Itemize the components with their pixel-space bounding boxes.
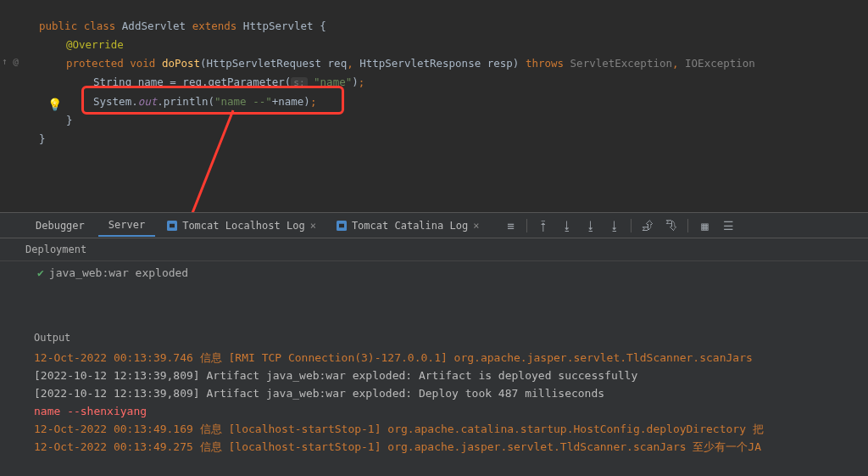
- tab-tomcat-catalina-log[interactable]: Tomcat Catalina Log ×: [328, 216, 488, 236]
- tab-server[interactable]: Server: [98, 215, 155, 237]
- layout-icon[interactable]: ▦: [697, 219, 712, 232]
- download-icon[interactable]: ⭳: [607, 219, 622, 232]
- code-line: System.out.println("name --"+name);: [0, 92, 868, 111]
- log-line: 12-Oct-2022 00:13:49.169 信息 [localhost-s…: [34, 420, 868, 438]
- tab-label: Tomcat Catalina Log: [352, 220, 468, 232]
- separator: [631, 219, 632, 232]
- deployment-artifact[interactable]: ✔java_web:war exploded: [0, 261, 868, 284]
- wrap-icon[interactable]: ≡: [503, 219, 518, 232]
- filter-icon[interactable]: ⮷: [664, 219, 679, 232]
- deployment-header: Deployment: [0, 238, 868, 261]
- tomcat-icon: [167, 221, 177, 231]
- output-label: Output: [0, 328, 868, 349]
- code-line: String name = req.getParameter(s: "name"…: [0, 73, 868, 92]
- close-icon[interactable]: ×: [473, 220, 479, 232]
- tab-label: Tomcat Localhost Log: [182, 220, 305, 232]
- panel-toolbar: ≡ ⭱ ⭳ ⭳ ⭳ ⮵ ⮷ ▦ ☰: [503, 219, 736, 232]
- code-line: }: [0, 130, 868, 148]
- separator: [526, 219, 527, 232]
- export-icon[interactable]: ⭱: [536, 219, 551, 232]
- tomcat-icon: [337, 221, 347, 231]
- console-output[interactable]: 12-Oct-2022 00:13:39.746 信息 [RMI TCP Con…: [0, 349, 868, 456]
- panel-tab-bar: Debugger Server Tomcat Localhost Log × T…: [0, 213, 868, 238]
- filter-icon[interactable]: ⮵: [640, 219, 655, 232]
- run-panel: Debugger Server Tomcat Localhost Log × T…: [0, 212, 868, 476]
- log-line: 12-Oct-2022 00:13:39.746 信息 [RMI TCP Con…: [34, 349, 868, 367]
- log-line: [2022-10-12 12:13:39,809] Artifact java_…: [34, 367, 868, 384]
- code-line: protected void doPost(HttpServletRequest…: [0, 54, 868, 73]
- code-editor[interactable]: ↑ @ 💡 public class AddServlet extends Ht…: [0, 0, 868, 208]
- log-line: name --shenxiyang: [34, 402, 868, 420]
- check-icon: ✔: [37, 266, 44, 279]
- close-icon[interactable]: ×: [310, 220, 316, 232]
- intention-bulb-icon[interactable]: 💡: [47, 98, 62, 111]
- tab-tomcat-localhost-log[interactable]: Tomcat Localhost Log ×: [159, 216, 325, 236]
- code-line: @Override: [0, 36, 868, 54]
- separator: [687, 219, 688, 232]
- settings-icon[interactable]: ☰: [721, 219, 736, 232]
- gutter-override-icon: ↑ @: [2, 56, 19, 67]
- code-line: public class AddServlet extends HttpServ…: [0, 17, 868, 36]
- log-line: 12-Oct-2022 00:13:49.275 信息 [localhost-s…: [34, 438, 868, 456]
- artifact-name: java_web:war exploded: [49, 266, 188, 279]
- log-line: [2022-10-12 12:13:39,809] Artifact java_…: [34, 384, 868, 402]
- download-icon[interactable]: ⭳: [559, 219, 575, 232]
- code-line: }: [0, 111, 868, 130]
- tab-debugger[interactable]: Debugger: [25, 216, 95, 236]
- download-icon[interactable]: ⭳: [583, 219, 598, 232]
